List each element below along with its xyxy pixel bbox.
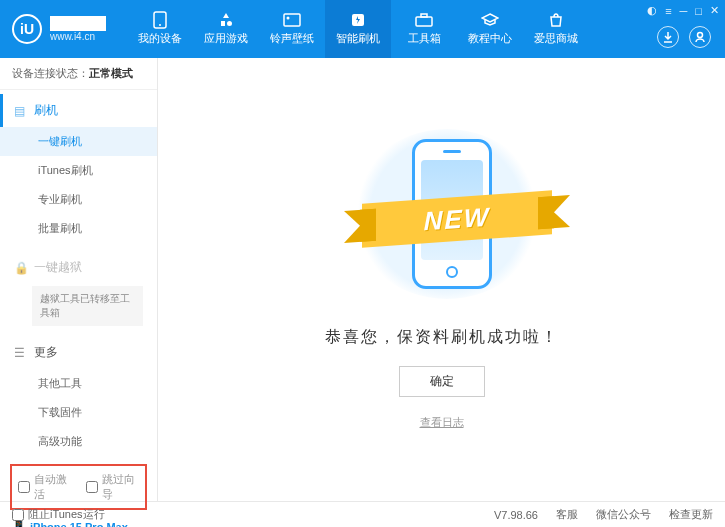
app-name: 爱思助手 [50, 16, 106, 31]
image-icon [282, 12, 302, 28]
phone-icon [150, 12, 170, 28]
user-controls [657, 26, 711, 48]
block-itunes-checkbox[interactable]: 阻止iTunes运行 [12, 507, 105, 522]
ok-button[interactable]: 确定 [399, 366, 485, 397]
doc-icon: ▤ [14, 104, 28, 118]
nav-tutorials[interactable]: 教程中心 [457, 0, 523, 58]
sidebar-head-flash[interactable]: ▤ 刷机 [0, 94, 157, 127]
nav-store[interactable]: 爱思商城 [523, 0, 589, 58]
svg-point-1 [159, 24, 161, 26]
maximize-icon[interactable]: □ [695, 5, 702, 17]
app-icon [216, 12, 236, 28]
nav-toolbox[interactable]: 工具箱 [391, 0, 457, 58]
sidebar: 设备连接状态：正常模式 ▤ 刷机 一键刷机 iTunes刷机 专业刷机 批量刷机… [0, 58, 158, 501]
svg-point-3 [287, 17, 290, 20]
list-icon: ☰ [14, 346, 28, 360]
wechat-link[interactable]: 微信公众号 [596, 507, 651, 522]
svg-rect-2 [284, 14, 300, 26]
window-controls: ◐ ≡ ─ □ ✕ [647, 4, 719, 17]
flash-icon [348, 12, 368, 28]
sidebar-item-itunes[interactable]: iTunes刷机 [0, 156, 157, 185]
app-domain: www.i4.cn [50, 31, 106, 42]
view-log-link[interactable]: 查看日志 [420, 415, 464, 430]
sidebar-item-pro[interactable]: 专业刷机 [0, 185, 157, 214]
sidebar-item-advanced[interactable]: 高级功能 [0, 427, 157, 456]
success-illustration: NEW [332, 129, 552, 309]
sidebar-item-oneclick[interactable]: 一键刷机 [0, 127, 157, 156]
download-button[interactable] [657, 26, 679, 48]
lock-icon: 🔒 [14, 261, 28, 275]
nav-ringtones[interactable]: 铃声壁纸 [259, 0, 325, 58]
auto-activate-checkbox[interactable]: 自动激活 [18, 472, 72, 502]
update-link[interactable]: 检查更新 [669, 507, 713, 522]
svg-rect-6 [421, 14, 427, 17]
skin-icon[interactable]: ◐ [647, 4, 657, 17]
toolbox-icon [414, 12, 434, 28]
graduation-icon [480, 12, 500, 28]
main-nav: 我的设备 应用游戏 铃声壁纸 智能刷机 工具箱 教程中心 爱思商城 [127, 0, 589, 58]
nav-flash[interactable]: 智能刷机 [325, 0, 391, 58]
close-icon[interactable]: ✕ [710, 4, 719, 17]
titlebar: iU 爱思助手 www.i4.cn 我的设备 应用游戏 铃声壁纸 智能刷机 工具… [0, 0, 725, 58]
minimize-icon[interactable]: ─ [680, 5, 688, 17]
skip-guide-checkbox[interactable]: 跳过向导 [86, 472, 140, 502]
success-message: 恭喜您，保资料刷机成功啦！ [325, 327, 559, 348]
user-button[interactable] [689, 26, 711, 48]
sidebar-item-firmware[interactable]: 下载固件 [0, 398, 157, 427]
jailbreak-note: 越狱工具已转移至工具箱 [32, 286, 143, 326]
sidebar-item-othertools[interactable]: 其他工具 [0, 369, 157, 398]
sidebar-head-more[interactable]: ☰ 更多 [0, 336, 157, 369]
menu-icon[interactable]: ≡ [665, 5, 671, 17]
connection-status: 设备连接状态：正常模式 [0, 58, 157, 90]
svg-point-7 [698, 33, 703, 38]
version-label: V7.98.66 [494, 509, 538, 521]
sidebar-head-jailbreak: 🔒 一键越狱 [0, 251, 157, 284]
logo-icon: iU [12, 14, 42, 44]
support-link[interactable]: 客服 [556, 507, 578, 522]
options-highlighted: 自动激活 跳过向导 [10, 464, 147, 510]
sidebar-item-batch[interactable]: 批量刷机 [0, 214, 157, 243]
nav-apps[interactable]: 应用游戏 [193, 0, 259, 58]
nav-my-device[interactable]: 我的设备 [127, 0, 193, 58]
app-logo: iU 爱思助手 www.i4.cn [12, 14, 127, 44]
main-content: NEW 恭喜您，保资料刷机成功啦！ 确定 查看日志 [158, 58, 725, 501]
svg-rect-5 [416, 17, 432, 26]
bag-icon [546, 12, 566, 28]
